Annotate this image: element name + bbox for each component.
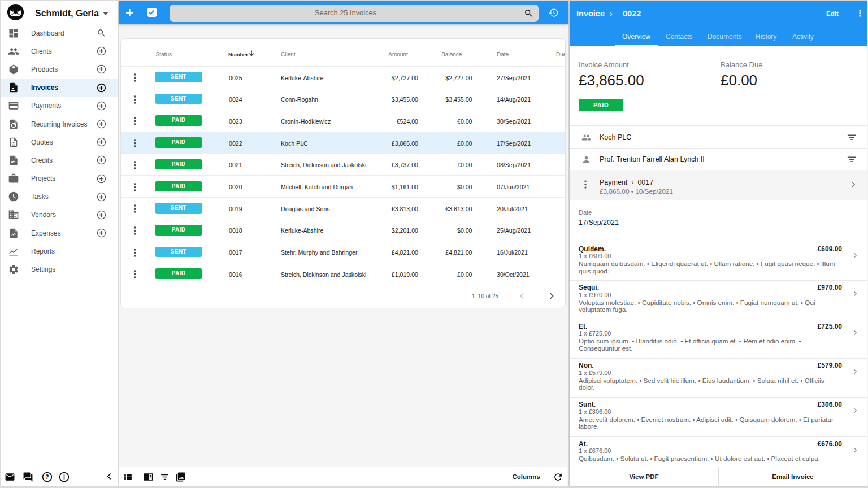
svg-text:?: ? (45, 474, 49, 480)
